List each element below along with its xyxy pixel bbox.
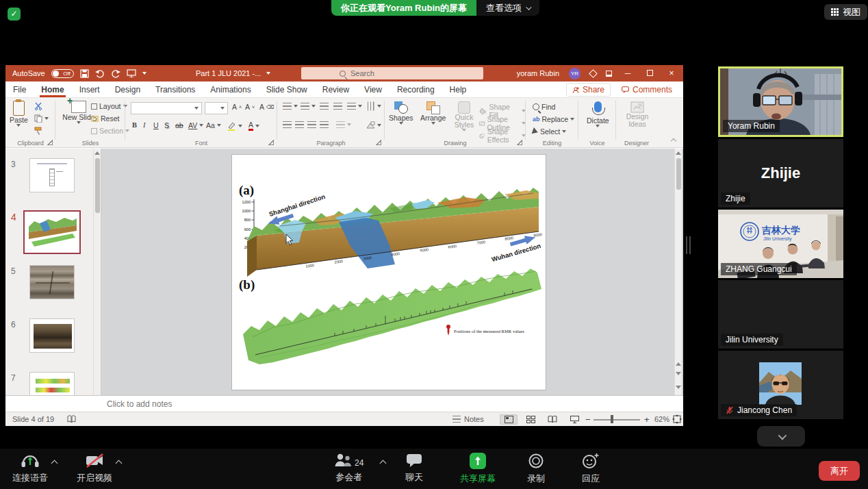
tab-view[interactable]: View	[357, 82, 390, 98]
redo-icon[interactable]	[111, 69, 120, 78]
underline-button[interactable]: U	[153, 121, 159, 129]
reset-button[interactable]: Reset	[91, 114, 119, 123]
tab-transitions[interactable]: Transitions	[148, 82, 203, 98]
fit-to-window-icon[interactable]	[672, 414, 682, 424]
ribbon-display-options-icon[interactable]	[606, 71, 612, 77]
slide-thumbnail-3[interactable]	[29, 158, 75, 192]
tab-home[interactable]: Home	[34, 82, 71, 98]
view-options-button[interactable]: 查看选项	[476, 0, 539, 16]
participants-button[interactable]: 24 参会者	[334, 453, 363, 484]
zoom-slider[interactable]	[593, 419, 640, 421]
video-options-caret[interactable]	[116, 460, 123, 467]
video-tile-jiancong-chen[interactable]: Jiancong Chen	[718, 351, 843, 419]
close-button[interactable]: ×	[665, 68, 678, 78]
notes-pane[interactable]: Click to add notes	[5, 395, 683, 412]
line-spacing-button[interactable]	[347, 103, 362, 110]
bullets-button[interactable]	[283, 103, 298, 110]
video-tile-yoram-rubin[interactable]: Yoram Rubin	[718, 66, 843, 137]
collapse-ribbon-button[interactable]	[672, 136, 676, 145]
leave-meeting-button[interactable]: 离开	[819, 461, 860, 481]
audio-options-caret[interactable]	[51, 460, 58, 467]
minimize-button[interactable]: ─	[622, 68, 634, 78]
chat-button[interactable]: 聊天	[405, 453, 423, 484]
present-icon[interactable]	[127, 69, 136, 77]
video-tile-zhang-guangcui[interactable]: 吉林大学 Jilin University ZHANG Guangcui	[718, 210, 843, 278]
slide-thumbnail-5[interactable]	[29, 265, 75, 299]
zoom-in-button[interactable]: +	[644, 414, 650, 425]
tab-insert[interactable]: Insert	[72, 82, 107, 98]
panel-splitter-handle[interactable]	[686, 236, 691, 254]
grow-font-button[interactable]: A˄	[232, 103, 242, 111]
align-right-button[interactable]	[307, 121, 316, 128]
notes-toggle-button[interactable]: Notes	[452, 415, 484, 423]
design-ideas-button[interactable]: Design Ideas	[624, 101, 650, 128]
strikethrough-button[interactable]: ab	[175, 121, 183, 129]
slide-sorter-button[interactable]	[522, 414, 539, 425]
normal-view-button[interactable]	[500, 414, 518, 425]
tab-file[interactable]: File	[5, 82, 34, 98]
align-center-button[interactable]	[295, 121, 304, 128]
format-painter-button[interactable]	[34, 127, 42, 135]
find-button[interactable]: Find	[533, 103, 555, 111]
video-tile-jilin-university[interactable]: Jilin University	[718, 280, 843, 349]
previous-slide-button[interactable]	[676, 362, 681, 366]
more-participants-button[interactable]	[757, 426, 805, 447]
autosave-toggle[interactable]: Off	[51, 69, 74, 78]
share-screen-button[interactable]: 共享屏幕	[460, 453, 496, 485]
slide-thumbnail-4[interactable]	[23, 210, 81, 254]
change-case-button[interactable]: Aa	[206, 121, 221, 129]
align-left-button[interactable]	[283, 121, 292, 128]
select-button[interactable]: Select	[533, 127, 566, 136]
font-dialog-launcher[interactable]	[268, 140, 274, 145]
tab-help[interactable]: Help	[442, 82, 474, 98]
quick-access-dropdown-icon[interactable]	[142, 72, 146, 75]
zoom-percent[interactable]: 62%	[654, 415, 669, 423]
copy-button[interactable]	[34, 114, 49, 123]
layout-button[interactable]: Layout	[91, 102, 127, 110]
quick-styles-button[interactable]: Quick Styles	[452, 101, 476, 131]
slide-thumbnail-6[interactable]	[29, 318, 75, 353]
increase-indent-button[interactable]	[333, 103, 342, 110]
zoom-out-button[interactable]: −	[585, 414, 591, 425]
font-color-button[interactable]: A	[248, 121, 259, 131]
arrange-button[interactable]: Arrange	[420, 101, 446, 125]
thumbnail-scrollbar[interactable]	[93, 149, 101, 395]
font-size-select[interactable]	[205, 102, 228, 114]
reading-view-button[interactable]	[544, 414, 561, 425]
cut-button[interactable]	[34, 102, 42, 110]
security-shield-icon[interactable]: ✓	[8, 8, 21, 21]
paste-button[interactable]: Paste	[10, 101, 28, 127]
save-icon[interactable]	[80, 69, 89, 78]
join-audio-button[interactable]: 连接语音	[12, 453, 48, 484]
highlight-color-button[interactable]	[227, 121, 242, 131]
numbering-button[interactable]	[301, 103, 316, 110]
text-direction-button[interactable]	[366, 103, 381, 110]
justify-button[interactable]	[320, 121, 329, 128]
text-shadow-button[interactable]: S	[164, 121, 169, 129]
editor-scrollbar[interactable]	[674, 149, 682, 395]
start-video-button[interactable]: 开启视频	[77, 453, 112, 484]
tab-slideshow[interactable]: Slide Show	[259, 82, 315, 98]
slide-canvas[interactable]: (a) 1200 1000 800 600 400 200 0	[231, 154, 546, 390]
shrink-font-button[interactable]: A˅	[245, 103, 255, 111]
tab-recording[interactable]: Recording	[390, 82, 442, 98]
zoom-slider-thumb[interactable]	[611, 415, 613, 423]
slideshow-view-button[interactable]	[565, 414, 583, 425]
decrease-indent-button[interactable]	[320, 103, 329, 110]
search-input[interactable]: Search	[301, 67, 483, 79]
reactions-button[interactable]: 回应	[582, 453, 600, 485]
video-tile-zhijie[interactable]: Zhijie Zhijie	[718, 139, 843, 208]
comments-button[interactable]: Comments	[616, 83, 678, 97]
user-name[interactable]: yoram Rubin	[517, 69, 559, 77]
document-title[interactable]: Part 1 JLU 2021 -...	[196, 65, 270, 82]
clear-formatting-button[interactable]: A⌫	[259, 103, 274, 111]
paragraph-dialog-launcher[interactable]	[376, 140, 381, 145]
maximize-button[interactable]	[643, 68, 656, 78]
replace-button[interactable]: abReplace	[533, 115, 574, 123]
tab-animations[interactable]: Animations	[203, 82, 258, 98]
columns-button[interactable]	[336, 121, 351, 128]
character-spacing-button[interactable]: AV	[188, 121, 203, 129]
user-avatar[interactable]: YR	[569, 68, 580, 79]
convert-smartart-button[interactable]	[366, 121, 381, 129]
drawing-dialog-launcher[interactable]	[517, 140, 522, 145]
